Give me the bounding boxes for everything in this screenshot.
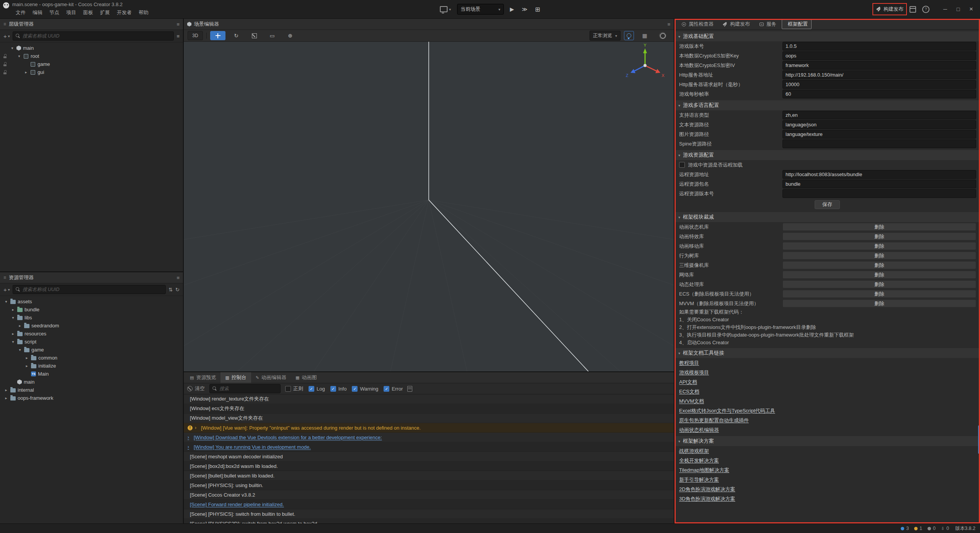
- delete-module-button[interactable]: 删除: [782, 261, 976, 269]
- property-input[interactable]: http://192.168.0.150/main/: [782, 70, 976, 79]
- property-input[interactable]: zh,en: [782, 111, 976, 119]
- clear-console-button[interactable]: 清空: [187, 385, 205, 392]
- asset-tree-item[interactable]: Main: [0, 370, 183, 378]
- scene-settings-button[interactable]: [655, 31, 670, 40]
- grid-toggle-button[interactable]: [637, 31, 652, 40]
- expand-arrow-icon[interactable]: [195, 425, 199, 430]
- help-icon[interactable]: [922, 6, 929, 13]
- save-button[interactable]: 保存: [815, 200, 840, 209]
- solution-link[interactable]: 3D角色扮演游戏解决方案: [679, 495, 735, 502]
- inspector-tab[interactable]: 构建发布: [719, 20, 754, 29]
- solution-link[interactable]: 全栈开发解决方案: [679, 457, 719, 464]
- layout-button[interactable]: [534, 5, 542, 14]
- asset-tree-item[interactable]: ▸ seedrandom: [0, 322, 183, 330]
- asset-tree-item[interactable]: ▸ oops-framework: [0, 394, 183, 402]
- hierarchy-tree-item[interactable]: ▸ gui: [0, 68, 183, 76]
- property-input[interactable]: 60: [782, 90, 976, 98]
- rect-tool-button[interactable]: [265, 31, 279, 40]
- mode-3d-button[interactable]: 3D: [188, 31, 203, 40]
- lock-icon[interactable]: [3, 70, 7, 74]
- scrollbar-thumb[interactable]: [978, 425, 980, 454]
- log-row[interactable]: [Window] ecs文件夹存在: [184, 404, 674, 414]
- menu-item[interactable]: 面板: [80, 8, 96, 17]
- property-input[interactable]: 10000: [782, 80, 976, 89]
- expand-arrow-icon[interactable]: ▾: [17, 54, 21, 58]
- asset-tree-item[interactable]: ▾ game: [0, 346, 183, 354]
- log-row[interactable]: [Window] [Vue warn]: Property "onInput" …: [184, 423, 674, 433]
- collapse-duplicates-icon[interactable]: [407, 386, 412, 392]
- asset-tree-item[interactable]: ▸ bundle: [0, 306, 183, 314]
- console-tab[interactable]: 资源预览: [185, 372, 220, 383]
- expand-arrow-icon[interactable]: ▸: [11, 307, 15, 312]
- asset-tree-item[interactable]: ▾ script: [0, 338, 183, 346]
- delete-module-button[interactable]: 删除: [782, 252, 976, 260]
- panel-menu-icon[interactable]: [176, 21, 180, 27]
- section-header-solutions[interactable]: 框架解决方案: [675, 436, 980, 446]
- expand-arrow-icon[interactable]: ▸: [24, 364, 29, 368]
- asset-tree-item[interactable]: ▸ resources: [0, 330, 183, 338]
- expand-arrow-icon[interactable]: ▾: [11, 340, 15, 344]
- filter-icon[interactable]: ≡: [176, 33, 180, 39]
- inspector-tab[interactable]: 服务: [755, 20, 780, 29]
- inspector-tab[interactable]: 框架配置: [782, 20, 812, 29]
- log-row[interactable]: [Window] model_view文件夹存在: [184, 414, 674, 423]
- property-input[interactable]: 1.0.5: [782, 42, 976, 51]
- section-header-resource[interactable]: 游戏资源配置: [675, 150, 980, 160]
- extension-store-icon[interactable]: [910, 6, 916, 13]
- step-button[interactable]: [520, 5, 529, 13]
- property-input[interactable]: bundle: [782, 180, 976, 188]
- expand-arrow-icon[interactable]: [188, 444, 191, 450]
- close-button[interactable]: [965, 5, 977, 13]
- doc-link[interactable]: API文档: [679, 379, 697, 386]
- asset-tree-item[interactable]: ▸ common: [0, 354, 183, 362]
- assets-search-input[interactable]: 搜索名称或 UUID: [13, 285, 166, 294]
- hierarchy-tree-item[interactable]: ▾ main: [0, 44, 183, 52]
- log-row[interactable]: [Scene] meshopt wasm decoder initialized: [184, 452, 674, 461]
- preview-target-button[interactable]: ▾: [438, 5, 452, 13]
- log-filter-checkbox[interactable]: 正则: [285, 385, 303, 392]
- property-input[interactable]: [782, 189, 976, 198]
- log-row[interactable]: [Window] You are running Vue in developm…: [184, 442, 674, 452]
- console-search-input[interactable]: 搜索: [209, 384, 281, 393]
- expand-arrow-icon[interactable]: ▾: [10, 46, 15, 50]
- expand-arrow-icon[interactable]: ▾: [4, 299, 8, 304]
- minimize-button[interactable]: [939, 6, 951, 12]
- status-count[interactable]: 0: [928, 526, 936, 531]
- menu-item[interactable]: 扩展: [96, 8, 113, 17]
- panel-menu-icon[interactable]: [667, 21, 670, 27]
- hierarchy-tree-item[interactable]: ▾ root: [0, 52, 183, 60]
- play-button[interactable]: [508, 5, 516, 13]
- status-count[interactable]: 1: [914, 526, 922, 531]
- delete-module-button[interactable]: 删除: [782, 232, 976, 240]
- add-asset-button[interactable]: +▾: [3, 286, 10, 293]
- asset-tree-item[interactable]: ▾ assets: [0, 298, 183, 306]
- doc-link[interactable]: 教程项目: [679, 360, 699, 366]
- doc-link[interactable]: MVVM文档: [679, 398, 704, 405]
- delete-module-button[interactable]: 删除: [782, 299, 976, 307]
- view-mode-dropdown[interactable]: 正常浏览 ▾: [590, 31, 621, 41]
- pivot-tool-button[interactable]: [283, 31, 297, 40]
- solution-link[interactable]: 战棋游戏框架: [679, 448, 709, 455]
- delete-module-button[interactable]: 删除: [782, 242, 976, 250]
- log-row[interactable]: [Scene] [PHYSICS]: switch from builtin t…: [184, 509, 674, 519]
- asset-tree-item[interactable]: ▸ initialize: [0, 362, 183, 370]
- log-row[interactable]: [Scene] [PHYSICS2D]: switch from box2d-w…: [184, 519, 674, 523]
- solution-link[interactable]: 2D角色扮演游戏解决方案: [679, 486, 735, 493]
- move-tool-button[interactable]: [210, 31, 225, 40]
- solution-link[interactable]: 新手引导解决方案: [679, 476, 719, 483]
- build-publish-button[interactable]: 构建发布: [876, 6, 903, 13]
- console-tab[interactable]: 动画编辑器: [251, 372, 291, 383]
- add-node-button[interactable]: +▾: [3, 33, 10, 39]
- expand-arrow-icon[interactable]: ▸: [18, 324, 22, 328]
- maximize-button[interactable]: [952, 6, 964, 12]
- panel-menu-icon[interactable]: [176, 275, 180, 281]
- expand-arrow-icon[interactable]: ▾: [11, 316, 15, 320]
- section-header-basic[interactable]: 游戏基础配置: [675, 31, 980, 41]
- menu-item[interactable]: 节点: [46, 8, 63, 17]
- doc-link[interactable]: Excel格式转Json文件与TypeScript代码工具: [679, 407, 775, 414]
- section-header-docs[interactable]: 框架文档工具链接: [675, 348, 980, 358]
- expand-arrow-icon[interactable]: [188, 435, 191, 440]
- log-filter-checkbox[interactable]: Warning: [352, 386, 378, 392]
- log-row[interactable]: [Scene] [bullet]:bullet wasm lib loaded.: [184, 471, 674, 481]
- expand-arrow-icon[interactable]: ▸: [24, 356, 29, 360]
